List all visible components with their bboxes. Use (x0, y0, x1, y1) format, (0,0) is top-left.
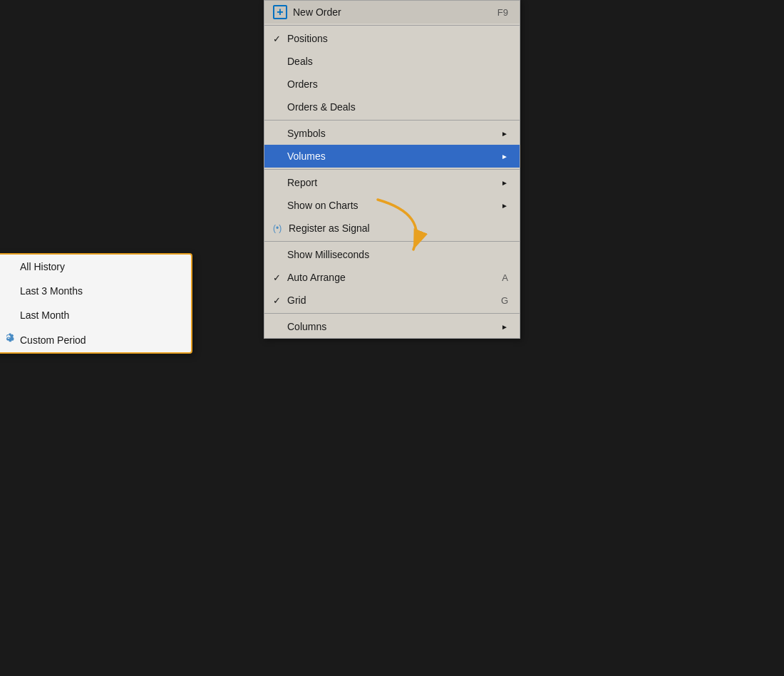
check-grid: ✓ (273, 295, 287, 306)
separator-1 (264, 25, 520, 26)
menu-item-grid[interactable]: ✓ Grid G (264, 289, 520, 312)
check-auto-arrange: ✓ (273, 272, 287, 283)
columns-arrow-icon: ► (501, 323, 508, 331)
check-positions: ✓ (273, 34, 287, 44)
menu-item-columns[interactable]: Columns ► (264, 315, 520, 338)
menu-item-show-milliseconds[interactable]: Show Milliseconds (264, 243, 520, 266)
label-last-3-months: Last 3 Months (20, 285, 180, 297)
label-show-on-charts: Show on Charts (287, 200, 495, 211)
label-custom-period: Custom Period (20, 334, 180, 346)
label-columns: Columns (287, 321, 495, 332)
label-show-milliseconds: Show Milliseconds (287, 249, 508, 260)
separator-2 (264, 120, 520, 121)
volumes-arrow-icon: ► (501, 153, 508, 160)
new-order-label: New Order (293, 6, 497, 18)
new-order-item[interactable]: + New Order F9 (264, 1, 520, 24)
signal-icon: (•) (273, 223, 287, 233)
menu-item-positions[interactable]: ✓ Positions (264, 27, 520, 50)
label-all-history: All History (20, 261, 180, 272)
submenu-item-custom-period[interactable]: Custom Period (0, 327, 191, 352)
submenu-item-last-month[interactable]: Last Month (0, 303, 191, 327)
label-auto-arrange: Auto Arrange (287, 272, 480, 283)
gear-icon (3, 333, 20, 347)
submenu-item-last-3-months[interactable]: Last 3 Months (0, 279, 191, 303)
volumes-submenu: All History Last 3 Months Last Month Cus… (0, 253, 192, 354)
label-grid: Grid (287, 295, 480, 306)
label-positions: Positions (287, 33, 508, 44)
shortcut-auto-arrange: A (502, 272, 508, 283)
menu-item-orders[interactable]: Orders (264, 73, 520, 96)
show-on-charts-arrow-icon: ► (501, 202, 508, 210)
separator-5 (264, 313, 520, 314)
menu-item-deals[interactable]: Deals (264, 50, 520, 73)
new-order-icon: + (273, 5, 287, 19)
page-container: + New Order F9 ✓ Positions Deals Orders … (0, 0, 784, 676)
symbols-arrow-icon: ► (501, 130, 508, 138)
submenu-item-all-history[interactable]: All History (0, 255, 191, 279)
report-arrow-icon: ► (501, 179, 508, 187)
separator-3 (264, 169, 520, 170)
label-last-month: Last Month (20, 309, 180, 321)
menu-item-report[interactable]: Report ► (264, 171, 520, 194)
menu-item-orders-deals[interactable]: Orders & Deals (264, 96, 520, 118)
label-symbols: Symbols (287, 128, 495, 139)
label-report: Report (287, 177, 495, 188)
menu-item-auto-arrange[interactable]: ✓ Auto Arrange A (264, 266, 520, 289)
menu-item-volumes[interactable]: Volumes ► (264, 145, 520, 168)
separator-4 (264, 241, 520, 242)
menu-item-symbols[interactable]: Symbols ► (264, 122, 520, 145)
new-order-shortcut: F9 (497, 7, 508, 18)
label-register-signal: Register as Signal (289, 222, 508, 234)
menu-item-register-signal[interactable]: (•) Register as Signal (264, 217, 520, 240)
label-deals: Deals (287, 56, 508, 67)
label-orders: Orders (287, 78, 508, 90)
context-menu: + New Order F9 ✓ Positions Deals Orders … (264, 0, 520, 339)
label-orders-deals: Orders & Deals (287, 101, 508, 113)
label-volumes: Volumes (287, 150, 495, 162)
shortcut-grid: G (501, 295, 508, 306)
menu-item-show-on-charts[interactable]: Show on Charts ► (264, 194, 520, 217)
